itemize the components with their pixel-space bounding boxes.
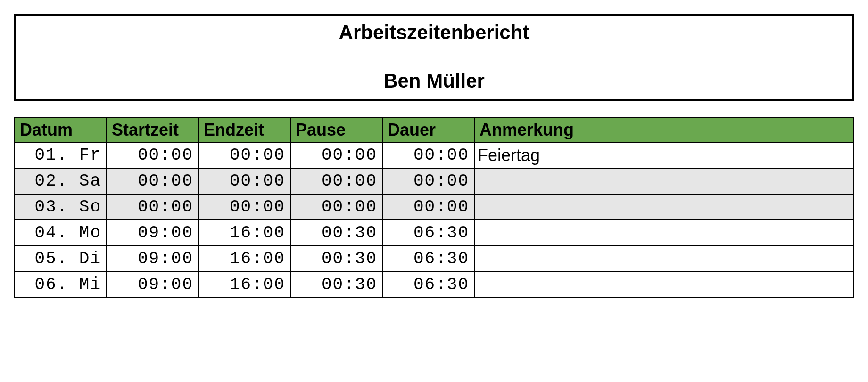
col-anmerkung: Anmerkung: [474, 118, 853, 142]
cell-pause: 00:30: [290, 220, 382, 246]
cell-dauer: 00:00: [382, 142, 474, 168]
cell-dauer: 00:00: [382, 168, 474, 194]
cell-end: 00:00: [198, 168, 290, 194]
table-row: 02. Sa00:0000:0000:0000:00: [15, 168, 853, 194]
table-row: 03. So00:0000:0000:0000:00: [15, 194, 853, 220]
col-startzeit: Startzeit: [107, 118, 198, 142]
cell-end: 16:00: [198, 272, 290, 298]
col-dauer: Dauer: [382, 118, 474, 142]
table-row: 04. Mo09:0016:0000:3006:30: [15, 220, 853, 246]
cell-end: 00:00: [198, 194, 290, 220]
cell-pause: 00:30: [290, 272, 382, 298]
cell-start: 00:00: [107, 194, 198, 220]
cell-anmerkung: [474, 168, 853, 194]
cell-anmerkung: [474, 220, 853, 246]
cell-anmerkung: [474, 246, 853, 272]
cell-dauer: 06:30: [382, 272, 474, 298]
cell-anmerkung: [474, 272, 853, 298]
table-row: 06. Mi09:0016:0000:3006:30: [15, 272, 853, 298]
cell-start: 00:00: [107, 142, 198, 168]
cell-datum: 04. Mo: [15, 220, 107, 246]
table-row: 05. Di09:0016:0000:3006:30: [15, 246, 853, 272]
cell-end: 16:00: [198, 246, 290, 272]
cell-pause: 00:30: [290, 246, 382, 272]
col-datum: Datum: [15, 118, 107, 142]
cell-start: 09:00: [107, 272, 198, 298]
cell-anmerkung: Feiertag: [474, 142, 853, 168]
table-row: 01. Fr00:0000:0000:0000:00Feiertag: [15, 142, 853, 168]
col-endzeit: Endzeit: [198, 118, 290, 142]
cell-datum: 01. Fr: [15, 142, 107, 168]
report-person: Ben Müller: [25, 70, 843, 92]
cell-dauer: 00:00: [382, 194, 474, 220]
table-header-row: Datum Startzeit Endzeit Pause Dauer Anme…: [15, 118, 853, 142]
cell-dauer: 06:30: [382, 246, 474, 272]
cell-start: 09:00: [107, 220, 198, 246]
cell-pause: 00:00: [290, 142, 382, 168]
header-box: Arbeitszeitenbericht Ben Müller: [14, 14, 854, 101]
cell-datum: 02. Sa: [15, 168, 107, 194]
cell-pause: 00:00: [290, 194, 382, 220]
cell-anmerkung: [474, 194, 853, 220]
cell-datum: 03. So: [15, 194, 107, 220]
cell-start: 09:00: [107, 246, 198, 272]
cell-end: 16:00: [198, 220, 290, 246]
cell-dauer: 06:30: [382, 220, 474, 246]
cell-start: 00:00: [107, 168, 198, 194]
cell-pause: 00:00: [290, 168, 382, 194]
col-pause: Pause: [290, 118, 382, 142]
cell-datum: 06. Mi: [15, 272, 107, 298]
timesheet-table: Datum Startzeit Endzeit Pause Dauer Anme…: [14, 117, 854, 298]
cell-datum: 05. Di: [15, 246, 107, 272]
cell-end: 00:00: [198, 142, 290, 168]
report-title: Arbeitszeitenbericht: [25, 21, 843, 44]
